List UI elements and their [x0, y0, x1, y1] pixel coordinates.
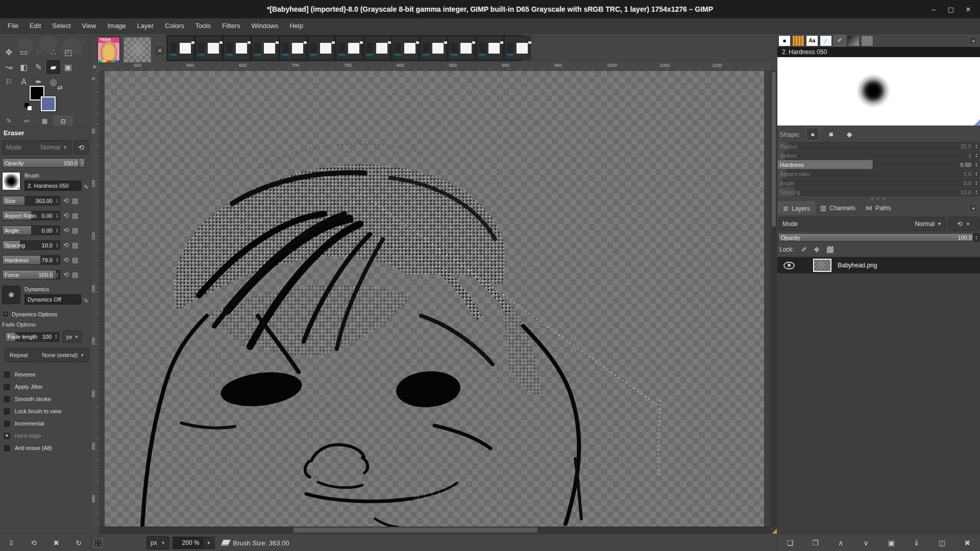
spinner[interactable]: ▴▾: [973, 234, 979, 241]
collapse-layers-icon[interactable]: ◂: [969, 204, 977, 212]
menu-item[interactable]: Layer: [132, 19, 160, 32]
background-color-swatch[interactable]: [41, 96, 56, 111]
brush-thumbnail[interactable]: +: [2, 172, 20, 190]
spinner[interactable]: ▴▾: [54, 196, 60, 205]
layer-opacity-slider[interactable]: Opacity 100.0 ▴▾: [778, 233, 979, 242]
merge-down-button[interactable]: ⇓: [904, 534, 929, 551]
option-checkbox[interactable]: ✕ Anti erase (Alt): [2, 442, 89, 454]
brushes-tab[interactable]: ●: [778, 35, 791, 46]
option-checkbox[interactable]: ✕ Hard edge: [2, 430, 89, 442]
duplicate-layer-button[interactable]: ▣: [879, 534, 904, 551]
fade-length-slider[interactable]: Fade length 100 ▴▾: [5, 332, 59, 342]
stylus-link-icon[interactable]: ▤: [72, 256, 78, 264]
dynamics-thumbnail[interactable]: ❋: [2, 286, 20, 304]
layer-list[interactable]: Babyhead.png: [777, 256, 980, 534]
spinner[interactable]: ▴▾: [973, 179, 979, 187]
menu-item[interactable]: Colors: [159, 19, 190, 32]
brush-property-slider[interactable]: Angle 0.0 ▴▾: [778, 179, 979, 187]
bucket-fill-tool[interactable]: ◧: [16, 60, 31, 74]
navigation-button[interactable]: [771, 527, 777, 534]
option-checkbox[interactable]: ✕ Reverse: [2, 368, 89, 381]
swap-colors-icon[interactable]: ⇄: [57, 84, 63, 91]
move-tool[interactable]: ✥: [2, 45, 16, 60]
filmstrip-thumbnail[interactable]: [308, 36, 334, 60]
menu-item[interactable]: Windows: [246, 19, 284, 32]
lower-layer-button[interactable]: ∨: [853, 534, 879, 551]
restore-tool-preset-button[interactable]: ⟲: [22, 534, 45, 551]
shape-circle-button[interactable]: ●: [806, 128, 819, 140]
reset-icon[interactable]: ⟲: [63, 256, 69, 264]
filmstrip-thumbnail[interactable]: [476, 36, 503, 60]
spinner[interactable]: ▴▾: [973, 169, 979, 178]
add-mask-button[interactable]: ◫: [929, 534, 955, 551]
layer-thumbnail[interactable]: [813, 259, 831, 272]
reset-tool-options-button[interactable]: ↻: [67, 534, 90, 551]
spinner[interactable]: ▴▾: [54, 241, 60, 249]
dock-resize-handle[interactable]: ● ● ●: [777, 197, 980, 200]
filmstrip-thumbnail[interactable]: [195, 36, 222, 60]
filmstrip-thumbnail[interactable]: [252, 36, 278, 60]
dynamics-options-expander[interactable]: − Dynamics Options: [2, 311, 89, 317]
paintbrush-tool[interactable]: ✎: [31, 60, 46, 74]
tab-channels[interactable]: ▥ Channels: [815, 201, 861, 215]
eraser-tool[interactable]: ▰: [46, 60, 61, 74]
lock-pixels-icon[interactable]: ✐: [801, 246, 807, 254]
fonts-tab[interactable]: Aa: [806, 35, 818, 46]
brush-property-slider[interactable]: Spacing 10.0 ▴▾: [778, 188, 979, 196]
titlebar[interactable]: *[Babyhead] (imported)-8.0 (Grayscale 8-…: [0, 0, 980, 18]
spinner[interactable]: ▴▾: [54, 211, 60, 220]
palettes-tab[interactable]: [861, 35, 873, 46]
option-checkbox[interactable]: ✕ Lock brush to view: [2, 405, 89, 417]
menu-item[interactable]: Help: [284, 19, 309, 32]
spinner[interactable]: ▴▾: [973, 160, 979, 169]
tool-option-slider[interactable]: Aspect Ratio 0.00 ▴▾: [2, 211, 60, 220]
horizontal-scrollbar[interactable]: [100, 527, 771, 534]
menu-item[interactable]: Tools: [190, 19, 216, 32]
paths-tool[interactable]: ⚐: [2, 74, 16, 89]
close-image-button[interactable]: ✕: [154, 45, 165, 56]
document-history-tab[interactable]: ∕: [820, 35, 832, 46]
save-tool-preset-button[interactable]: ⇩: [0, 534, 22, 551]
free-select-tool[interactable]: ◌: [31, 45, 46, 60]
vertical-scrollbar-thumb[interactable]: [772, 72, 776, 227]
brush-preview[interactable]: [777, 57, 980, 126]
lock-position-icon[interactable]: ✥: [814, 246, 820, 254]
tool-option-slider[interactable]: Hardness 79.0 ▴▾: [2, 255, 60, 265]
reset-icon[interactable]: ⟲: [63, 241, 69, 249]
canvas-viewport[interactable]: [100, 71, 771, 527]
quick-mask-toggle[interactable]: [94, 539, 103, 547]
reset-mode-button[interactable]: ⟲: [74, 140, 89, 155]
spinner[interactable]: ▴▾: [973, 188, 979, 196]
tool-option-slider[interactable]: Size 363.00 ▴▾: [2, 196, 60, 206]
default-colors-icon[interactable]: [24, 103, 32, 110]
reset-icon[interactable]: ⟲: [63, 197, 69, 205]
repeat-dropdown[interactable]: Repeat None (extend) ▼: [5, 348, 89, 362]
brush-property-slider[interactable]: Spikes 2 ▴▾: [778, 151, 979, 160]
lock-alpha-icon[interactable]: [827, 246, 834, 253]
filmstrip-thumbnail[interactable]: [420, 36, 447, 60]
dynamics-field[interactable]: Dynamics Off: [24, 294, 81, 305]
transform-tool[interactable]: ↝: [2, 60, 16, 74]
ruler-corner[interactable]: ▶: [91, 62, 100, 71]
option-checkbox[interactable]: ✕ Incremental: [2, 417, 89, 430]
vertical-scrollbar[interactable]: [771, 71, 777, 527]
delete-tool-preset-button[interactable]: ✖: [45, 534, 67, 551]
gradients-tab[interactable]: [847, 35, 860, 46]
tool-option-slider[interactable]: Spacing 10.0 ▴▾: [2, 240, 60, 250]
filmstrip-thumbnail[interactable]: [167, 36, 194, 60]
menu-item[interactable]: View: [77, 19, 102, 32]
image-tab-magazine[interactable]: 'TEEN: [97, 37, 120, 64]
minimize-button[interactable]: –: [926, 3, 941, 16]
brush-property-slider[interactable]: Aspect ratio 1.0 ▴▾: [778, 169, 979, 178]
filmstrip-thumbnail[interactable]: [504, 36, 531, 60]
menu-item[interactable]: Edit: [24, 19, 46, 32]
brush-name-field[interactable]: 2. Hardness 050: [24, 181, 81, 191]
delete-layer-button[interactable]: ✖: [954, 534, 980, 551]
layer-mode-dropdown[interactable]: Mode Normal ▼: [778, 217, 946, 231]
spinner[interactable]: ▴▾: [54, 270, 60, 279]
edit-brush-icon[interactable]: ✎: [84, 184, 89, 191]
spinner[interactable]: ▴▾: [54, 256, 60, 264]
filmstrip-thumbnail[interactable]: [448, 36, 475, 60]
undo-history-tab[interactable]: ↩: [18, 116, 36, 126]
filmstrip-thumbnail[interactable]: [392, 36, 419, 60]
